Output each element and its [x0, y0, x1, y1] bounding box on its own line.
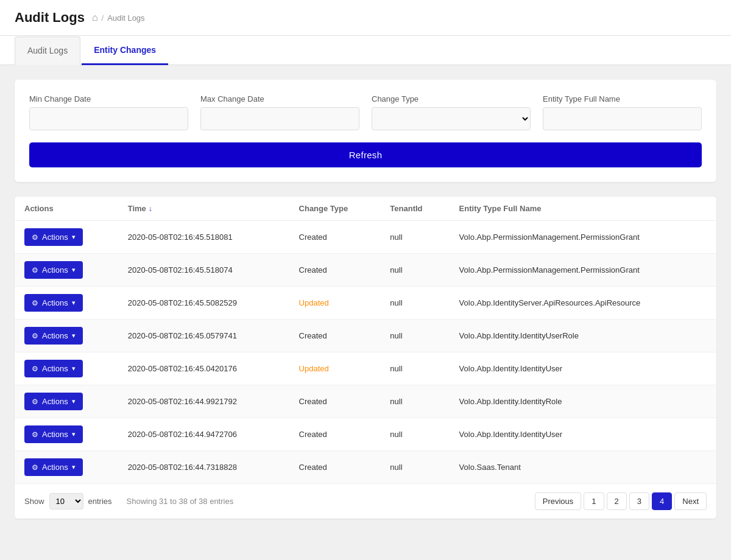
entity-type-cell: Volo.Abp.PermissionManagement.Permission… [450, 221, 716, 254]
gear-icon: ⚙ [32, 397, 38, 406]
refresh-button[interactable]: Refresh [29, 142, 702, 167]
max-change-date-label: Max Change Date [200, 94, 359, 103]
dropdown-arrow-icon: ▾ [72, 365, 76, 373]
actions-button[interactable]: ⚙ Actions ▾ [24, 360, 83, 377]
entity-type-input[interactable] [543, 107, 702, 130]
page-2-button[interactable]: 2 [607, 492, 627, 510]
show-entries: Show 10 25 50 100 entries [24, 493, 112, 509]
gear-icon: ⚙ [32, 430, 38, 439]
actions-cell: ⚙ Actions ▾ [15, 418, 118, 451]
col-actions: Actions [15, 197, 118, 221]
table-row: ⚙ Actions ▾ 2020-05-08T02:16:44.7318828 … [15, 451, 716, 484]
entity-type-cell: Volo.Abp.Identity.IdentityUser [450, 352, 716, 385]
change-type-cell: Created [289, 221, 381, 254]
time-cell: 2020-05-08T02:16:45.0579741 [118, 320, 289, 352]
actions-label: Actions [42, 430, 68, 439]
col-tenant-id: TenantId [380, 197, 449, 221]
tab-entity-changes[interactable]: Entity Changes [82, 37, 168, 65]
max-change-date-input[interactable] [200, 107, 359, 130]
actions-button[interactable]: ⚙ Actions ▾ [24, 458, 83, 476]
entity-type-cell: Volo.Abp.IdentityServer.ApiResources.Api… [450, 287, 716, 320]
prev-button[interactable]: Previous [535, 492, 582, 510]
breadcrumb-separator: / [102, 13, 104, 23]
pagination: Previous 1 2 3 4 Next [535, 492, 707, 510]
min-change-date-input[interactable] [29, 107, 188, 130]
tenant-id-cell: null [380, 352, 449, 385]
time-cell: 2020-05-08T02:16:45.518081 [118, 221, 289, 254]
entity-type-group: Entity Type Full Name [543, 94, 702, 130]
change-type-cell: Created [289, 320, 381, 352]
time-cell: 2020-05-08T02:16:45.5082529 [118, 287, 289, 320]
tenant-id-cell: null [380, 221, 449, 254]
dropdown-arrow-icon: ▾ [72, 332, 76, 340]
entity-type-cell: Volo.Abp.PermissionManagement.Permission… [450, 254, 716, 287]
min-change-date-group: Min Change Date [29, 94, 188, 130]
content-area: Min Change Date Max Change Date Change T… [0, 65, 731, 533]
actions-cell: ⚙ Actions ▾ [15, 254, 118, 287]
tenant-id-cell: null [380, 254, 449, 287]
time-cell: 2020-05-08T02:16:45.518074 [118, 254, 289, 287]
table-row: ⚙ Actions ▾ 2020-05-08T02:16:45.0579741 … [15, 320, 716, 352]
entries-select[interactable]: 10 25 50 100 [49, 493, 83, 509]
actions-cell: ⚙ Actions ▾ [15, 221, 118, 254]
entity-type-cell: Volo.Abp.Identity.IdentityRole [450, 385, 716, 418]
actions-label: Actions [42, 463, 68, 472]
time-cell: 2020-05-08T02:16:44.9472706 [118, 418, 289, 451]
page-1-button[interactable]: 1 [584, 492, 604, 510]
dropdown-arrow-icon: ▾ [72, 430, 76, 438]
page-4-button[interactable]: 4 [652, 492, 672, 510]
table-row: ⚙ Actions ▾ 2020-05-08T02:16:45.518081 C… [15, 221, 716, 254]
min-change-date-label: Min Change Date [29, 94, 188, 103]
page-3-button[interactable]: 3 [629, 492, 649, 510]
dropdown-arrow-icon: ▾ [72, 233, 76, 241]
time-cell: 2020-05-08T02:16:44.9921792 [118, 385, 289, 418]
table-row: ⚙ Actions ▾ 2020-05-08T02:16:44.9472706 … [15, 418, 716, 451]
change-type-label: Change Type [372, 94, 531, 103]
tenant-id-cell: null [380, 451, 449, 484]
change-type-cell: Created [289, 254, 381, 287]
gear-icon: ⚙ [32, 365, 38, 373]
change-type-cell: Updated [289, 287, 381, 320]
actions-button[interactable]: ⚙ Actions ▾ [24, 261, 83, 279]
entity-type-cell: Volo.Abp.Identity.IdentityUserRole [450, 320, 716, 352]
gear-icon: ⚙ [32, 266, 38, 275]
actions-button[interactable]: ⚙ Actions ▾ [24, 393, 83, 410]
actions-label: Actions [42, 233, 68, 242]
entity-type-label: Entity Type Full Name [543, 94, 702, 103]
entries-info: Showing 31 to 38 of 38 entries [127, 497, 234, 506]
actions-button[interactable]: ⚙ Actions ▾ [24, 294, 83, 312]
change-type-cell: Updated [289, 352, 381, 385]
actions-button[interactable]: ⚙ Actions ▾ [24, 327, 83, 345]
change-type-select[interactable]: Created Updated Deleted [372, 107, 531, 130]
next-button[interactable]: Next [674, 492, 707, 510]
actions-label: Actions [42, 397, 68, 406]
breadcrumb-current: Audit Logs [107, 13, 144, 23]
dropdown-arrow-icon: ▾ [72, 397, 76, 405]
table-row: ⚙ Actions ▾ 2020-05-08T02:16:44.9921792 … [15, 385, 716, 418]
table-row: ⚙ Actions ▾ 2020-05-08T02:16:45.5082529 … [15, 287, 716, 320]
tab-audit-logs[interactable]: Audit Logs [15, 37, 80, 65]
time-cell: 2020-05-08T02:16:44.7318828 [118, 451, 289, 484]
actions-label: Actions [42, 331, 68, 340]
table-header-row: Actions Time ↓ Change Type TenantId Enti… [15, 197, 716, 221]
table-card: Actions Time ↓ Change Type TenantId Enti… [15, 197, 716, 519]
actions-button[interactable]: ⚙ Actions ▾ [24, 425, 83, 443]
col-change-type: Change Type [289, 197, 381, 221]
breadcrumb-home-icon: ⌂ [92, 12, 98, 23]
actions-button[interactable]: ⚙ Actions ▾ [24, 228, 83, 246]
gear-icon: ⚙ [32, 299, 38, 307]
tenant-id-cell: null [380, 385, 449, 418]
max-change-date-group: Max Change Date [200, 94, 359, 130]
table-row: ⚙ Actions ▾ 2020-05-08T02:16:45.518074 C… [15, 254, 716, 287]
gear-icon: ⚙ [32, 463, 38, 472]
filter-row: Min Change Date Max Change Date Change T… [29, 94, 702, 130]
actions-cell: ⚙ Actions ▾ [15, 352, 118, 385]
actions-label: Actions [42, 298, 68, 307]
dropdown-arrow-icon: ▾ [72, 299, 76, 307]
actions-cell: ⚙ Actions ▾ [15, 385, 118, 418]
change-type-group: Change Type Created Updated Deleted [372, 94, 531, 130]
gear-icon: ⚙ [32, 332, 38, 340]
filter-card: Min Change Date Max Change Date Change T… [15, 80, 716, 182]
actions-label: Actions [42, 265, 68, 275]
page-title: Audit Logs [15, 10, 85, 26]
